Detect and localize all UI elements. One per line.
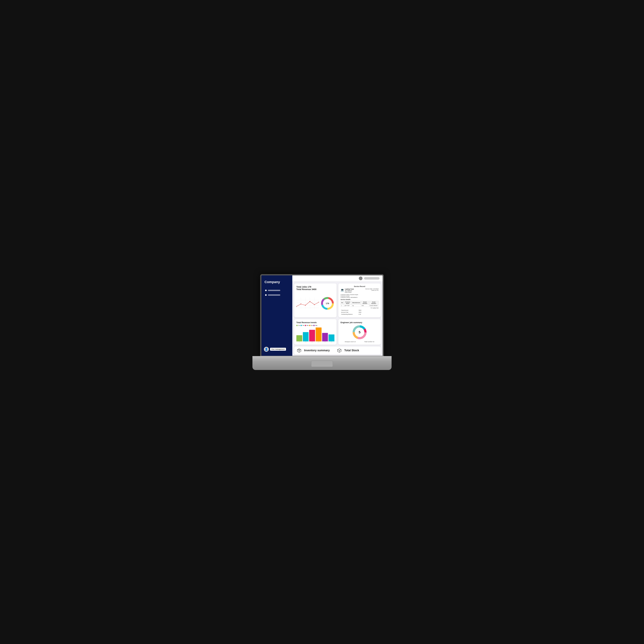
amount-paid-value: 5600: [358, 311, 363, 313]
bar-2: [303, 332, 309, 341]
sidebar-item-2[interactable]: [264, 293, 290, 297]
nav-dot-1: [265, 290, 267, 291]
svg-point-9: [301, 304, 301, 304]
avatar-icon: 👤: [265, 348, 268, 351]
bar-label-1: 1-6: [299, 342, 300, 342]
bar-3: [309, 330, 315, 341]
laptop-screen: Company 👤 User management: [260, 274, 384, 358]
inventory-label: Inventory summary: [304, 349, 330, 352]
svg-point-11: [309, 301, 310, 302]
revenue-title: Total Revenue trends: [296, 321, 334, 324]
legend-2: Feb: [301, 325, 304, 326]
service-customer-phone: Customer Phone: 9876459076: [341, 297, 379, 298]
engineer-body: 5: [341, 325, 379, 340]
sidebar-logo: Company: [261, 278, 292, 287]
line-chart: [296, 296, 319, 310]
service-date-label: Service Date: 12/7/2024: [365, 288, 379, 290]
outstanding-label: Outstanding Balance: [341, 313, 358, 315]
col-model: Model Number: [361, 301, 369, 304]
trackpad[interactable]: [311, 361, 333, 367]
service-record-title: Service Record: [341, 286, 379, 287]
amount-paid-label: Amount Paid: [341, 311, 358, 313]
topbar-searchbar[interactable]: [364, 277, 380, 280]
amounts-table: Total Amount 5600 Amount Paid 5600 Outst…: [341, 309, 363, 315]
bar-col-4: 12-3: [316, 327, 322, 342]
jobs-body: 179: [296, 292, 334, 315]
legend-3: Mar: [305, 325, 309, 326]
panel-revenue: Total Revenue trends Jan Feb Mar Apr May…: [294, 319, 337, 345]
legend-1: Jan: [296, 325, 300, 326]
bar-label-6: 6-9: [331, 342, 332, 342]
bar-chart: 1-6 6-9 9-12: [296, 327, 334, 342]
total-revenue-line2: Total Revenue 3400: [296, 288, 334, 291]
bar-col-6: 6-9: [328, 334, 334, 342]
nav-dot-2: [265, 294, 267, 296]
main-content: Total Jobs 179 Total Revenue 3400: [292, 275, 383, 356]
table-row: 1 LAP TOP hp #20 E1001789345: [341, 304, 379, 307]
bar-label-2: 6-9: [305, 342, 306, 342]
total-amount-label: Total Amount: [341, 309, 358, 311]
panel-jobs: Total Jobs 179 Total Revenue 3400: [294, 283, 337, 317]
bar-col-3: 9-12: [309, 330, 315, 342]
for-label: For Laptop Care: [341, 307, 379, 308]
employee-count: Empoye count 14: [345, 341, 356, 342]
service-customer-email: Customer Email:: [341, 295, 379, 297]
engineer-center-value: 5: [359, 330, 360, 334]
panel-engineer: Engineer job summary 5: [338, 319, 381, 345]
bar-col-2: 6-9: [303, 332, 309, 342]
service-address: My address: [345, 290, 364, 291]
col-product: Product Name: [344, 301, 352, 304]
bar-col-1: 1-6: [296, 335, 302, 342]
service-laptop-icon: 💻: [341, 288, 344, 292]
sidebar: Company 👤 User management: [261, 275, 292, 356]
engineer-title: Engineer job summary: [341, 321, 379, 324]
service-caseid: Case ID: 671: [365, 290, 379, 291]
sidebar-bottom: 👤 User management: [261, 345, 292, 353]
col-no: No: [341, 301, 344, 304]
legend-5: May: [313, 325, 317, 326]
inventory-icon-2: [337, 348, 342, 353]
service-right-fields: Service Date: 12/7/2024 Case ID: 671: [365, 288, 379, 291]
bar-label-3: 9-12: [311, 342, 313, 342]
sidebar-item-1[interactable]: [264, 289, 290, 292]
sidebar-nav: [261, 289, 292, 297]
bar-label-5: 3-6: [324, 342, 326, 342]
bar-label-4: 12-3: [318, 342, 320, 342]
laptop-base: [252, 356, 392, 370]
nav-bar-2: [268, 294, 280, 296]
outstanding-value: 0.00: [358, 313, 363, 315]
bar-1: [296, 335, 302, 341]
col-manufacturer: Manufacturer: [352, 301, 361, 304]
service-customer-name: Customer Name: Aravind Gopal: [341, 294, 379, 295]
donut-center: 179: [326, 302, 329, 305]
bar-col-5: 3-6: [322, 333, 328, 342]
dashboard-grid: Total Jobs 179 Total Revenue 3400: [292, 282, 383, 356]
service-details-label: Service Details: [341, 299, 379, 300]
bar-5: [322, 333, 328, 341]
bar-6: [328, 334, 334, 341]
revenue-legend: Jan Feb Mar Apr May: [296, 325, 334, 326]
service-company: Laptop Care: [345, 288, 364, 290]
total-stock-label: Total Stock: [344, 349, 359, 352]
total-number: Total number 54: [364, 341, 374, 342]
service-table: No Product Name Manufacturer Model Numbe…: [341, 301, 379, 307]
service-left-fields: Laptop Care My address PIN 67915: [345, 288, 364, 293]
panel-inventory: Inventory summary Total Stock: [294, 346, 381, 355]
avatar: 👤: [264, 347, 269, 352]
nav-bar-1: [268, 290, 280, 291]
jobs-header: Total Jobs 179 Total Revenue 3400: [296, 286, 334, 291]
service-amounts: Total Amount 5600 Amount Paid 5600 Outst…: [341, 309, 379, 315]
legend-4: Apr: [309, 325, 313, 326]
col-serial: Serial Number: [369, 301, 378, 304]
svg-point-10: [305, 305, 306, 306]
engineer-donut: 5: [352, 325, 367, 340]
jobs-donut: 179: [320, 296, 334, 310]
user-management-label[interactable]: User management: [270, 348, 286, 351]
panel-service: Service Record 💻 Laptop Care My address …: [338, 283, 381, 317]
service-pin: PIN 67915: [345, 291, 364, 293]
topbar-avatar: [359, 276, 363, 280]
topbar: [292, 275, 383, 282]
service-header: 💻 Laptop Care My address PIN 67915 Servi…: [341, 288, 379, 293]
total-amount-value: 5600: [358, 309, 363, 311]
total-jobs-line1: Total Jobs 179: [296, 286, 334, 288]
